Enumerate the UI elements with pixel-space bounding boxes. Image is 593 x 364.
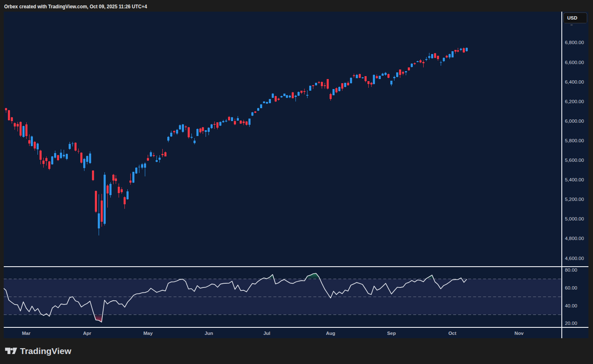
svg-text:40.00: 40.00 <box>565 303 578 309</box>
svg-text:5,800.00: 5,800.00 <box>565 138 584 144</box>
svg-text:6,000.00: 6,000.00 <box>565 118 584 124</box>
svg-text:Nov: Nov <box>514 331 524 336</box>
svg-text:6,600.00: 6,600.00 <box>565 59 584 65</box>
svg-text:6,400.00: 6,400.00 <box>565 79 584 85</box>
svg-text:USD: USD <box>567 15 577 20</box>
svg-text:Oct: Oct <box>448 331 456 336</box>
svg-text:Aug: Aug <box>326 331 335 336</box>
svg-text:5,600.00: 5,600.00 <box>565 157 584 163</box>
svg-text:Jun: Jun <box>205 331 213 336</box>
svg-text:5,400.00: 5,400.00 <box>565 177 584 183</box>
svg-text:Sep: Sep <box>387 331 396 336</box>
svg-text:6,800.00: 6,800.00 <box>565 40 584 45</box>
svg-text:5,000.00: 5,000.00 <box>565 216 584 222</box>
svg-text:6,200.00: 6,200.00 <box>565 99 584 104</box>
svg-text:5,200.00: 5,200.00 <box>565 196 584 202</box>
svg-text:4,600.00: 4,600.00 <box>565 255 584 261</box>
svg-text:60.00: 60.00 <box>565 285 578 291</box>
svg-text:80.00: 80.00 <box>565 267 578 273</box>
svg-text:Jul: Jul <box>263 331 270 336</box>
svg-text:Apr: Apr <box>83 331 91 336</box>
svg-text:4,800.00: 4,800.00 <box>565 235 584 241</box>
svg-text:20.00: 20.00 <box>565 320 578 326</box>
svg-text:Mar: Mar <box>22 331 31 336</box>
svg-text:May: May <box>143 331 153 336</box>
